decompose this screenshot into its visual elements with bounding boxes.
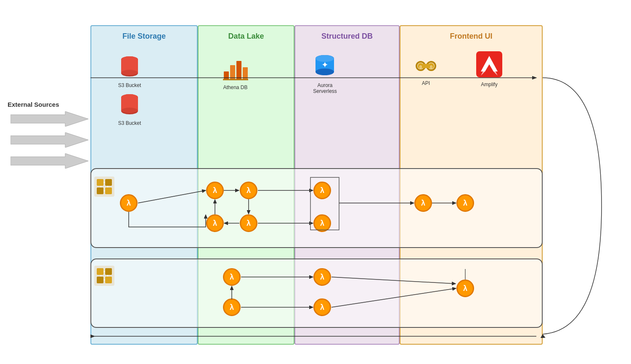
svg-rect-41: [105, 179, 112, 186]
ext-arrow-2: [11, 132, 88, 148]
col-structured-db-header: Structured DB: [295, 26, 399, 45]
lambda-l-dl-1: λ: [223, 268, 241, 286]
amplify-label: Amplify: [475, 82, 504, 87]
aurora-serverless-label: AuroraServerless: [311, 82, 339, 94]
lambda-l-sdb-2: λ: [313, 298, 331, 316]
flow-box-lower: [90, 258, 543, 328]
col-file-storage-header: File Storage: [91, 26, 197, 45]
svg-text:{}: {}: [419, 65, 422, 69]
svg-text:{}: {}: [430, 65, 432, 69]
lambda-u-fe-2: λ: [456, 194, 474, 212]
lambda-u-dl-3: λ: [240, 182, 257, 199]
diagram-container: File Storage Data Lake Structured DB Fro…: [0, 0, 631, 364]
lambda-l-dl-2: λ: [223, 298, 241, 316]
s3-bucket-2: S3 Bucket: [117, 92, 142, 126]
athena-db-label: Athena DB: [222, 84, 249, 90]
svg-marker-2: [11, 153, 88, 169]
kinesis-icon-2: [93, 265, 115, 288]
svg-rect-50: [105, 268, 112, 275]
ext-arrow-3: [11, 153, 88, 169]
s3-bucket-1-label: S3 Bucket: [117, 82, 142, 88]
svg-rect-49: [97, 268, 103, 275]
ext-arrow-1: [11, 111, 88, 127]
svg-rect-48: [105, 277, 112, 283]
col-frontend-header: Frontend UI: [400, 26, 542, 45]
s3-bucket-2-label: S3 Bucket: [117, 120, 142, 126]
svg-rect-40: [97, 179, 103, 186]
lambda-l-fe-1: λ: [456, 280, 474, 297]
lambda-u-dl-4: λ: [240, 214, 257, 232]
lambda-u-fe-1: λ: [414, 194, 432, 212]
athena-db: Athena DB: [222, 55, 249, 90]
col-data-lake-header: Data Lake: [199, 26, 294, 45]
svg-marker-1: [11, 132, 88, 148]
external-sources-label: External Sources: [8, 101, 59, 108]
lambda-u-dl-1: λ: [206, 182, 224, 199]
svg-rect-47: [97, 277, 103, 283]
kinesis-icon-1: [93, 176, 115, 199]
top-flow-line: [90, 74, 543, 82]
s3-bucket-1: S3 Bucket: [117, 55, 142, 88]
lambda-l-sdb-1: λ: [313, 268, 331, 286]
right-curved-arrow: [538, 74, 614, 338]
svg-text:✦: ✦: [321, 60, 329, 69]
bottom-flow-line: [90, 332, 543, 340]
lambda-u-1: λ: [120, 194, 138, 212]
svg-rect-38: [97, 187, 103, 194]
flow-box-upper: [90, 168, 543, 248]
svg-marker-0: [11, 111, 88, 127]
lambda-u-dl-2: λ: [206, 214, 224, 232]
lambda-u-sdb-1: λ: [313, 182, 331, 199]
svg-rect-39: [105, 187, 112, 194]
lambda-u-sdb-2: λ: [313, 214, 331, 232]
